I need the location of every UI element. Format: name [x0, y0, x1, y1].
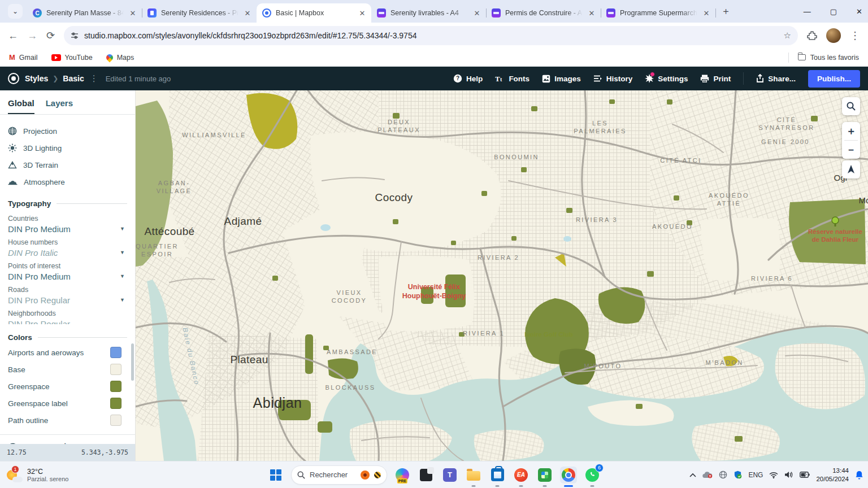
wifi-icon[interactable]: [769, 472, 778, 478]
color-swatch[interactable]: [110, 381, 121, 392]
security-shield-icon[interactable]: [734, 470, 742, 479]
typography-section-header: Typography: [8, 199, 127, 208]
map-label: GENIE 2000: [761, 138, 810, 145]
color-row-greenspace[interactable]: Greenspace: [0, 378, 135, 395]
color-row-greenspace-label[interactable]: Greenspace label: [0, 395, 135, 412]
tab-serenity-livrables[interactable]: Serenity livrables - A4 ✕: [371, 3, 486, 23]
notification-bell-icon[interactable]: [855, 470, 863, 480]
tab-basic-mapbox[interactable]: Basic | Mapbox ✕: [257, 3, 371, 23]
tab-close-icon[interactable]: ✕: [472, 9, 481, 18]
bookmark-maps[interactable]: Maps: [106, 54, 134, 62]
font-field-house-numbers[interactable]: House numbers DIN Pro Italic ▼: [0, 234, 135, 258]
taskbar-app-ea[interactable]: EA: [513, 467, 530, 483]
map-search-button[interactable]: [842, 97, 860, 115]
search-icon[interactable]: [842, 97, 860, 115]
weather-widget[interactable]: 1 32°C Parzial. sereno: [6, 468, 68, 482]
color-row-airports[interactable]: Airports and aeroways: [0, 344, 135, 361]
publish-button[interactable]: Publish...: [808, 70, 860, 88]
taskbar-app-teams[interactable]: T: [441, 467, 458, 483]
tab-close-icon[interactable]: ✕: [702, 9, 711, 18]
url-text[interactable]: studio.mapbox.com/styles/avonyllek/ckfds…: [84, 31, 778, 40]
color-swatch[interactable]: [110, 347, 121, 358]
tab-serenity-residences[interactable]: Serenity Residences - Prese ✕: [142, 3, 257, 23]
site-settings-icon[interactable]: [71, 32, 79, 40]
taskbar-app-explorer[interactable]: [465, 467, 482, 483]
print-button[interactable]: Print: [700, 75, 731, 83]
compass-icon[interactable]: [842, 160, 860, 178]
map-label: AKOUÉDO: [652, 223, 693, 230]
color-swatch[interactable]: [110, 398, 121, 409]
language-indicator[interactable]: ENG: [748, 471, 763, 479]
tab-permis-construire[interactable]: Permis de Construire - A4 ✕: [486, 3, 601, 23]
taskbar-search[interactable]: Rechercher: [291, 465, 387, 485]
battery-icon[interactable]: [800, 472, 810, 478]
sidebar-item-atmosphere[interactable]: Atmosphere: [8, 173, 127, 190]
bookmark-star-icon[interactable]: ☆: [784, 30, 791, 41]
profile-avatar[interactable]: [826, 28, 841, 43]
onedrive-error-icon[interactable]: [702, 471, 713, 478]
sidebar-scrollbar[interactable]: [131, 343, 134, 381]
history-button[interactable]: History: [593, 75, 633, 83]
all-bookmarks-button[interactable]: Tous les favoris: [788, 53, 859, 63]
browser-menu-icon[interactable]: ⋮: [850, 29, 860, 42]
reload-button[interactable]: ⟳: [46, 29, 55, 42]
tab-title: Basic | Mapbox: [276, 9, 353, 17]
color-swatch[interactable]: [110, 415, 121, 426]
forward-button[interactable]: →: [27, 30, 37, 42]
font-field-countries[interactable]: Countries DIN Pro Medium ▼: [0, 210, 135, 234]
font-field-roads[interactable]: Roads DIN Pro Regular ▼: [0, 281, 135, 305]
weather-desc: Parzial. sereno: [27, 476, 68, 482]
breadcrumb-style-name[interactable]: Basic: [63, 74, 84, 83]
taskbar-app-whatsapp[interactable]: 6: [584, 467, 601, 483]
taskbar-app-copilot-preview[interactable]: PRE: [394, 467, 411, 483]
color-row-path-outline[interactable]: Path outline: [0, 412, 135, 429]
sidebar-item-3d-lighting[interactable]: 3D Lighting: [8, 140, 127, 156]
map-canvas[interactable]: WILLIAMSVILLEDEUXPLATEAUXLESPALMERAIESBO…: [136, 90, 868, 461]
start-button[interactable]: [267, 467, 284, 483]
taskbar-app-store[interactable]: [489, 467, 506, 483]
help-button[interactable]: ? Help: [453, 74, 483, 83]
clock[interactable]: 13:44 20/05/2024: [816, 467, 849, 483]
tab-close-icon[interactable]: ✕: [587, 9, 596, 18]
new-tab-button[interactable]: ＋: [721, 5, 731, 18]
share-button[interactable]: Share...: [756, 74, 796, 83]
window-maximize-button[interactable]: ▢: [830, 7, 837, 16]
mapbox-favicon: [262, 8, 271, 18]
extensions-icon[interactable]: [807, 30, 817, 41]
sidebar-item-projection[interactable]: Projection: [8, 123, 127, 140]
tab-programme-supermarche[interactable]: Programme Supermarché ✕: [601, 3, 715, 23]
compass-button[interactable]: [842, 160, 860, 178]
network-globe-icon[interactable]: [719, 470, 727, 479]
window-close-button[interactable]: ✕: [856, 7, 862, 16]
tab-close-icon[interactable]: ✕: [128, 9, 137, 18]
back-button[interactable]: ←: [8, 30, 18, 42]
volume-icon[interactable]: [784, 471, 793, 478]
font-field-neighborhoods[interactable]: Neighborhoods DIN Pro Regular: [0, 305, 135, 324]
tab-global[interactable]: Global: [8, 98, 34, 114]
tab-layers[interactable]: Layers: [46, 98, 73, 114]
bookmark-gmail[interactable]: MGmail: [9, 53, 38, 62]
zoom-in-button[interactable]: ＋: [842, 122, 860, 140]
tab-close-icon[interactable]: ✕: [243, 9, 252, 18]
style-menu-icon[interactable]: ⋮: [90, 73, 99, 84]
window-minimize-button[interactable]: —: [804, 7, 811, 16]
tray-expand-chevron-icon[interactable]: [689, 473, 696, 477]
breadcrumb-styles[interactable]: Styles: [25, 74, 48, 83]
taskbar-app-chrome[interactable]: [560, 467, 577, 483]
address-bar[interactable]: studio.mapbox.com/styles/avonyllek/ckfds…: [64, 26, 798, 45]
taskbar-app-green[interactable]: [536, 467, 553, 483]
sidebar-item-3d-terrain[interactable]: 3D Terrain: [8, 156, 127, 173]
zoom-out-button[interactable]: －: [842, 141, 860, 159]
mapbox-logo[interactable]: [8, 73, 19, 84]
tab-close-icon[interactable]: ✕: [358, 9, 367, 18]
font-field-points-of-interest[interactable]: Points of interest DIN Pro Medium ▼: [0, 258, 135, 281]
images-button[interactable]: Images: [542, 75, 581, 83]
settings-button[interactable]: Settings: [645, 74, 688, 83]
fonts-button[interactable]: Tt Fonts: [495, 75, 530, 83]
tab-search-chevron-icon[interactable]: ⌄: [8, 4, 23, 19]
taskbar-app-dark[interactable]: [418, 467, 435, 483]
tab-serenity-plan-masse[interactable]: C Serenity Plan Masse - 841 ✕: [27, 3, 142, 23]
color-row-base[interactable]: Base: [0, 361, 135, 378]
color-swatch[interactable]: [110, 364, 121, 375]
bookmark-youtube[interactable]: YouTube: [51, 54, 93, 62]
